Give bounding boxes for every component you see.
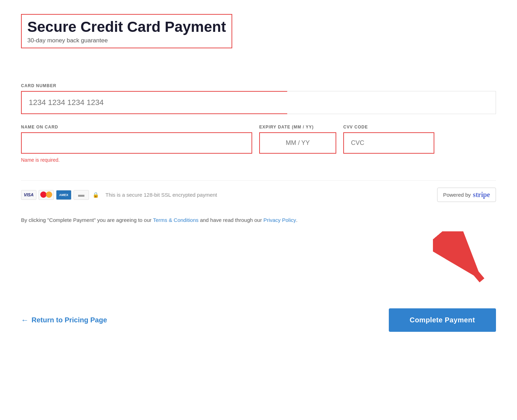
- red-arrow-graphic: [433, 231, 496, 287]
- name-error-message: Name is required.: [21, 157, 496, 163]
- name-label: NAME ON CARD: [21, 125, 252, 130]
- expiry-field-wrapper: EXPIRY DATE (MM / YY): [259, 125, 336, 154]
- cvv-input[interactable]: [343, 132, 434, 154]
- terms-link[interactable]: Terms & Conditions: [153, 217, 199, 223]
- left-arrow-icon: ←: [21, 316, 29, 325]
- card-number-row: [21, 91, 496, 114]
- stripe-label: stripe: [473, 191, 490, 199]
- complete-payment-button[interactable]: Complete Payment: [389, 308, 496, 332]
- expiry-label: EXPIRY DATE (MM / YY): [259, 125, 336, 130]
- return-label: Return to Pricing Page: [32, 316, 107, 324]
- return-to-pricing-link[interactable]: ← Return to Pricing Page: [21, 316, 107, 325]
- name-field-wrapper: NAME ON CARD: [21, 125, 252, 154]
- card-number-extension: [287, 91, 496, 114]
- powered-by-label: Powered by: [443, 192, 471, 198]
- visa-icon: VISA: [21, 190, 36, 200]
- privacy-link[interactable]: Privacy Policy: [263, 217, 296, 223]
- page-title: Secure Credit Card Payment: [27, 18, 226, 36]
- ssl-text: This is a secure 128-bit SSL encrypted p…: [105, 192, 217, 198]
- expiry-input[interactable]: [259, 132, 336, 154]
- svg-line-1: [443, 235, 482, 280]
- security-row: VISA AMEX ▬ 🔒 This is a secure 128-bit S…: [21, 180, 496, 202]
- stripe-badge: Powered by stripe: [437, 188, 496, 202]
- arrow-container: [21, 231, 496, 287]
- cvv-label: CVV CODE: [343, 125, 434, 130]
- name-input[interactable]: [21, 132, 252, 154]
- lock-icon: 🔒: [92, 192, 99, 198]
- card-number-field: CARD NUMBER: [21, 83, 496, 114]
- cvv-field-wrapper: CVV CODE: [343, 125, 434, 154]
- mastercard-icon: [39, 190, 54, 200]
- terms-text-after: .: [296, 217, 297, 223]
- generic-card-icon: ▬: [74, 190, 89, 200]
- card-number-label: CARD NUMBER: [21, 83, 496, 88]
- terms-row: By clicking "Complete Payment" you are a…: [21, 216, 496, 224]
- guarantee-text: 30-day money back guarantee: [27, 37, 226, 44]
- terms-text-middle: and have read through our: [199, 217, 263, 223]
- card-icons: VISA AMEX ▬: [21, 190, 89, 200]
- payment-form: CARD NUMBER NAME ON CARD EXPIRY DATE (MM…: [21, 83, 496, 163]
- terms-text-before: By clicking "Complete Payment" you are a…: [21, 217, 153, 223]
- card-number-input[interactable]: [21, 91, 287, 114]
- footer-row: ← Return to Pricing Page Complete Paymen…: [21, 308, 496, 332]
- amex-icon: AMEX: [56, 190, 71, 200]
- bottom-fields-row: NAME ON CARD EXPIRY DATE (MM / YY) CVV C…: [21, 125, 496, 154]
- security-left: VISA AMEX ▬ 🔒 This is a secure 128-bit S…: [21, 190, 217, 200]
- header-box: Secure Credit Card Payment 30-day money …: [21, 14, 232, 48]
